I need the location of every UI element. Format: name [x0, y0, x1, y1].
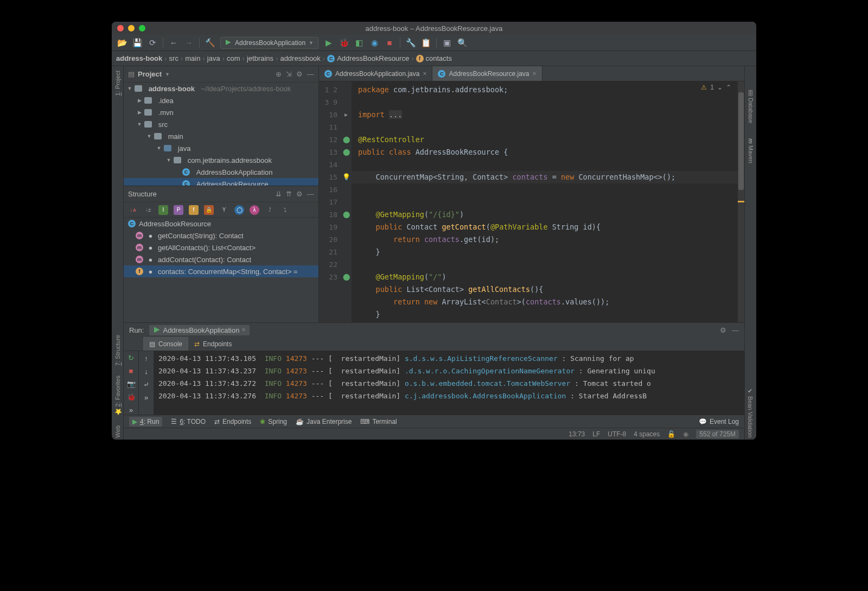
- tool-endpoints[interactable]: ⇄Endpoints: [214, 418, 251, 425]
- debug-icon[interactable]: 🐞: [339, 38, 349, 48]
- breadcrumb-item[interactable]: main: [185, 54, 200, 62]
- lock-icon[interactable]: 🔓: [667, 430, 675, 438]
- tool-favorites[interactable]: ⭐ 2: Favorites: [114, 373, 121, 418]
- camera-icon[interactable]: 📷: [126, 379, 136, 389]
- close-icon[interactable]: ×: [241, 326, 245, 334]
- sort-vis-icon[interactable]: ↓ᴢ: [143, 205, 153, 215]
- tool-eventlog[interactable]: 💬Event Log: [699, 418, 739, 425]
- hide-icon[interactable]: —: [307, 190, 314, 198]
- breadcrumb-item[interactable]: address-book: [116, 54, 162, 62]
- tree-node[interactable]: C AddressBookApplication: [124, 166, 318, 178]
- run-icon[interactable]: ▶: [324, 38, 334, 48]
- run-config-tab[interactable]: ⯈ AddressBookApplication ×: [149, 325, 250, 335]
- tool-spring[interactable]: ❀Spring: [260, 418, 287, 425]
- tree-node-root[interactable]: ▼ address-book ~/IdeaProjects/address-bo…: [124, 82, 318, 94]
- presentation-icon[interactable]: ▣: [442, 38, 452, 48]
- tree-node[interactable]: ▼ com.jetbrains.addressbook: [124, 154, 318, 166]
- tool-structure[interactable]: 7: Structure: [114, 333, 121, 368]
- line-ending[interactable]: LF: [592, 430, 600, 438]
- build-icon[interactable]: 🔨: [205, 38, 215, 48]
- hide-icon[interactable]: —: [732, 326, 739, 334]
- tree-node[interactable]: ▼ src: [124, 118, 318, 130]
- forward-icon[interactable]: →: [184, 38, 194, 48]
- rerun-icon[interactable]: ↻: [126, 353, 136, 363]
- wrap-icon[interactable]: ⤶: [142, 379, 151, 389]
- tool-project[interactable]: 1: Project: [114, 68, 121, 98]
- locate-icon[interactable]: ⊕: [276, 70, 282, 78]
- editor-tab[interactable]: C AddressBookApplication.java ×: [319, 66, 432, 81]
- tool-database[interactable]: 🗄 Database: [748, 88, 754, 125]
- tree-node[interactable]: ▶ .idea: [124, 94, 318, 106]
- wrench-icon[interactable]: 🔧: [406, 38, 416, 48]
- encoding[interactable]: UTF-8: [608, 430, 626, 438]
- expand-icon[interactable]: ⇊: [276, 190, 282, 198]
- code-area[interactable]: 1 2 3 9 10 11 12 13 14 15 16 17 18 19 20…: [319, 81, 744, 322]
- editor-tab-active[interactable]: C AddressBookResource.java ×: [432, 66, 542, 81]
- tree-node-selected[interactable]: C AddressBookResource: [124, 178, 318, 186]
- tool-javaee[interactable]: ☕Java Enterprise: [296, 418, 352, 425]
- scroll-from-icon[interactable]: ⤵: [280, 205, 290, 215]
- structure-method[interactable]: m ● getContact(String): Contact: [124, 230, 318, 242]
- tool-beanvalidation[interactable]: ✔ Bean Validation: [747, 385, 754, 440]
- tool-terminal[interactable]: ⌨Terminal: [360, 418, 397, 425]
- breadcrumb-item[interactable]: addressbook: [280, 54, 320, 62]
- up-icon[interactable]: ↑: [142, 353, 151, 363]
- show-fields-icon[interactable]: f: [189, 205, 199, 215]
- chevron-down-icon[interactable]: ⌄: [717, 84, 723, 91]
- show-inherited-icon[interactable]: I: [158, 205, 168, 215]
- profile-icon[interactable]: ◉: [369, 38, 379, 48]
- breadcrumb-item[interactable]: CAddressBookResource: [327, 54, 409, 62]
- cursor-position[interactable]: 13:73: [569, 430, 585, 438]
- tree-node[interactable]: ▼ main: [124, 130, 318, 142]
- breadcrumb-item[interactable]: jetbrains: [247, 54, 273, 62]
- tool-web[interactable]: Web: [114, 423, 121, 440]
- chevron-down-icon[interactable]: ▼: [165, 72, 170, 77]
- memory-indicator[interactable]: 552 of 725M: [696, 430, 739, 439]
- clipboard-icon[interactable]: 📋: [421, 38, 431, 48]
- stop-icon[interactable]: ■: [385, 38, 394, 48]
- tool-maven[interactable]: m Maven: [748, 136, 754, 166]
- tool-todo[interactable]: ☰6: TODO: [171, 418, 206, 425]
- code-content[interactable]: package com.jetbrains.addressbook; impor…: [352, 81, 744, 322]
- breadcrumb-item[interactable]: com: [227, 54, 240, 62]
- show-properties-icon[interactable]: P: [174, 205, 183, 215]
- editor-inspections[interactable]: ⚠1 ⌄ ⌃: [701, 84, 731, 91]
- console-output[interactable]: 2020-04-13 11:37:43.105 INFO 14273 --- […: [154, 351, 744, 415]
- anon-icon[interactable]: ◯: [234, 205, 244, 215]
- more-icon[interactable]: »: [126, 405, 136, 415]
- show-nonpublic-icon[interactable]: 🔒: [204, 205, 214, 215]
- close-icon[interactable]: ×: [423, 70, 426, 78]
- sync-icon[interactable]: ⟳: [148, 38, 157, 48]
- breadcrumb-item[interactable]: fcontacts: [416, 54, 452, 62]
- endpoints-tab[interactable]: ⇄Endpoints: [188, 337, 238, 351]
- tree-node[interactable]: ▼ java: [124, 142, 318, 154]
- sort-alpha-icon[interactable]: ↓ᴀ: [128, 205, 138, 215]
- structure-class[interactable]: CAddressBookResource: [124, 218, 318, 230]
- save-icon[interactable]: 💾: [132, 38, 142, 48]
- collapse-icon[interactable]: ⇈: [286, 190, 292, 198]
- console-tab[interactable]: ▤Console: [143, 337, 188, 351]
- down-icon[interactable]: ↓: [142, 366, 151, 376]
- gear-icon[interactable]: ⚙: [296, 70, 303, 78]
- back-icon[interactable]: ←: [169, 38, 178, 48]
- stop-icon[interactable]: ■: [126, 366, 136, 376]
- scroll-to-icon[interactable]: ⤴: [265, 205, 275, 215]
- indent[interactable]: 4 spaces: [634, 430, 660, 438]
- editor-scrollbar[interactable]: [738, 81, 744, 322]
- inspections-icon[interactable]: ◉: [683, 430, 688, 438]
- structure-method[interactable]: m ● addContact(Contact): Contact: [124, 253, 318, 265]
- tool-run[interactable]: ▶4: Run: [129, 417, 162, 427]
- breadcrumb-item[interactable]: java: [207, 54, 220, 62]
- hide-icon[interactable]: —: [307, 70, 314, 78]
- gear-icon[interactable]: ⚙: [720, 326, 726, 334]
- lambda-icon[interactable]: λ: [250, 205, 259, 215]
- tree-node[interactable]: ▶ .mvn: [124, 106, 318, 118]
- collapse-icon[interactable]: ⇲: [286, 70, 292, 78]
- open-icon[interactable]: 📂: [117, 38, 127, 48]
- structure-field-selected[interactable]: f ● contacts: ConcurrentMap<String, Cont…: [124, 265, 318, 277]
- close-icon[interactable]: ×: [533, 70, 537, 78]
- search-icon[interactable]: 🔍: [457, 38, 467, 48]
- breadcrumb-item[interactable]: src: [169, 54, 178, 62]
- coverage-icon[interactable]: ◧: [354, 38, 364, 48]
- more-icon[interactable]: »: [142, 392, 151, 402]
